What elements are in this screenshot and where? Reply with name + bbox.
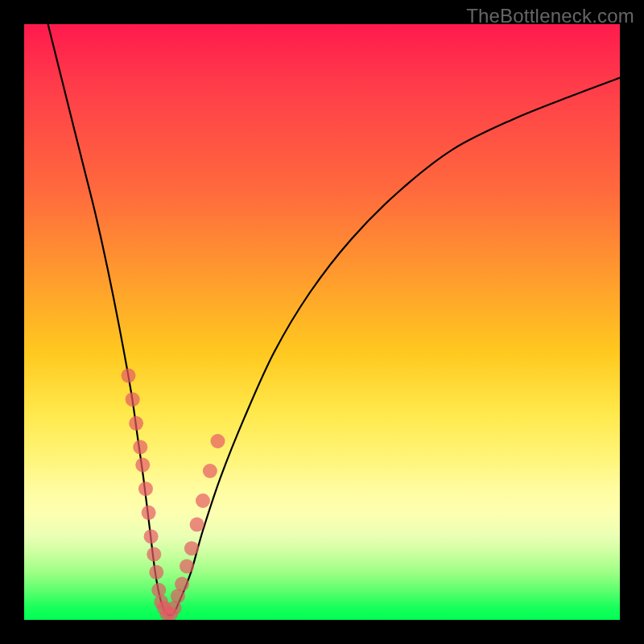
scatter-dot: [149, 565, 163, 580]
plot-area: [24, 24, 620, 620]
scatter-dot: [138, 481, 153, 496]
scatter-dot: [151, 583, 166, 597]
scatter-dots: [122, 369, 225, 620]
scatter-dot: [190, 518, 204, 532]
scatter-dot: [203, 464, 217, 478]
scatter-dot: [142, 506, 156, 520]
scatter-dot: [211, 434, 225, 448]
scatter-dot: [129, 416, 143, 431]
bottleneck-curve: [48, 24, 620, 615]
scatter-dot: [126, 392, 140, 407]
scatter-dot: [147, 547, 161, 562]
scatter-dot: [144, 529, 159, 543]
scatter-dot: [175, 577, 189, 592]
watermark-text: TheBottleneck.com: [466, 5, 634, 27]
scatter-dot: [180, 559, 194, 573]
scatter-dot: [133, 440, 147, 454]
scatter-dot: [122, 369, 136, 383]
chart-svg: [24, 24, 620, 620]
scatter-dot: [135, 458, 150, 473]
scatter-dot: [196, 493, 210, 508]
scatter-dot: [184, 541, 199, 555]
chart-frame: TheBottleneck.com: [0, 0, 644, 644]
